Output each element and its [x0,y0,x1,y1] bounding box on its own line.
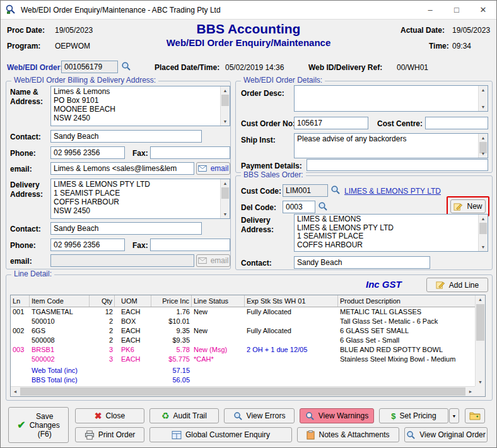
col-header-product-description[interactable]: Product Description [338,295,485,307]
email-button-label: email [211,256,229,265]
scroll-down-icon[interactable]: ▼ [476,378,485,386]
payment-details-input[interactable] [307,159,488,171]
delivery-email-input[interactable] [50,254,194,267]
save-changes-label: Save Changes (F6) [30,412,60,439]
delivery-fax-label: Fax: [132,241,148,250]
scrollbar-thumb[interactable] [476,304,484,341]
col-header-exp-stk[interactable]: Exp Stk Sts WH 01 [245,295,338,307]
scroll-down-icon[interactable]: ▼ [479,103,488,111]
line-detail-legend: Line Detail: [11,269,54,278]
scrollbar-thumb[interactable] [479,223,487,234]
email-button[interactable]: email [196,162,230,175]
scroll-right-icon[interactable]: ► [466,387,475,396]
scroll-up-icon[interactable]: ▲ [476,295,485,304]
print-order-button[interactable]: Print Order [75,427,144,442]
delivery-email-button[interactable]: email [196,254,230,267]
order-desc-box[interactable]: ▲ ▼ [294,85,488,112]
contact-input[interactable] [50,130,202,143]
cost-centre-label: Cost Centre: [377,119,423,128]
cust-code-input[interactable] [283,184,328,197]
customer-link[interactable]: LIMES & LEMONS PTY LTD [344,187,441,196]
notes-attachments-button[interactable]: Notes & Attachments [297,427,399,442]
table-row[interactable]: 5000023EACH$5.775*CAH*Stainless Steel Mi… [11,355,475,364]
scroll-down-icon[interactable]: ▼ [479,243,488,251]
new-button[interactable]: New [450,199,486,213]
table-horizontal-scrollbar[interactable]: ◄ ► [11,386,475,396]
col-header-ln[interactable]: Ln [11,295,30,307]
webedi-order-label: Web/EDI Order: [7,63,62,72]
table-vertical-scrollbar[interactable]: ▲ ▼ [475,295,485,386]
table-row[interactable]: 003BRSB13PK65.78New (Msg)2 OH + 1 due 12… [11,345,475,355]
delivery-fax-input[interactable] [150,239,230,251]
scrollbar-thumb[interactable] [221,187,229,199]
scroll-up-icon[interactable]: ▲ [479,134,488,142]
scroll-left-icon[interactable]: ◄ [11,387,20,396]
scrollbar[interactable]: ▲ ▼ [478,134,488,158]
view-warnings-label: View Warnings [319,411,368,420]
cell-price: $9.35 [151,336,192,345]
scroll-down-icon[interactable]: ▼ [221,117,230,126]
set-pricing-dropdown-button[interactable]: ▼ [449,408,459,423]
fax-input[interactable] [150,146,230,159]
scroll-up-icon[interactable]: ▲ [221,179,230,187]
del-code-search-button[interactable] [316,201,330,213]
ship-inst-text: Please advise of any backorders [295,134,478,158]
scrollbar[interactable]: ▲ ▼ [478,215,488,251]
scrollbar[interactable]: ▲ ▼ [478,86,488,111]
name-address-box[interactable]: Limes & Lemons PO Box 9101 MOONEE BEACH … [50,86,230,126]
col-header-price-inc[interactable]: Price Inc [151,295,192,307]
cell-qty: 2 [90,336,115,345]
scrollbar-thumb[interactable] [20,387,465,396]
scroll-up-icon[interactable]: ▲ [479,86,488,94]
bbs-delivery-address-label: Delivery Address: [241,216,274,235]
audit-trail-label: Audit Trail [173,411,207,420]
scroll-down-icon[interactable]: ▼ [221,210,230,218]
cust-order-no-input[interactable] [294,117,368,129]
scrollbar[interactable]: ▲ ▼ [220,86,230,126]
audit-trail-button[interactable]: ♻ Audit Trail [149,408,219,423]
bbs-delivery-address-box[interactable]: LIMES & LEMONS LIMES & LEMONS PTY LTD 1 … [294,214,488,252]
col-header-item-code[interactable]: Item Code [30,295,90,307]
table-row[interactable]: 0026GS2EACH9.35NewFully Allocated6 GLASS… [11,326,475,336]
bbs-contact-input[interactable] [294,256,430,269]
cost-centre-input[interactable] [425,117,488,129]
add-line-button[interactable]: Add Line [426,278,488,292]
quick-folder-button[interactable] [465,408,485,423]
printer-icon [85,430,95,440]
set-pricing-button[interactable]: $ Set Pricing [379,408,448,423]
table-row[interactable]: 5000082EACH$9.356 Glass Set - Small [11,336,475,345]
col-header-qty[interactable]: Qty [90,295,115,307]
scroll-up-icon[interactable]: ▲ [479,215,488,223]
scrollbar[interactable]: ▲ ▼ [220,179,230,218]
scroll-up-icon[interactable]: ▲ [221,86,230,95]
edit-icon [436,280,445,290]
view-original-order-button[interactable]: View Original Order [404,427,488,442]
phone-input[interactable] [50,146,125,159]
global-customer-enquiry-button[interactable]: Global Customer Enquiry [149,427,292,442]
col-header-line-status[interactable]: Line Status [192,295,245,307]
col-header-uom[interactable]: UOM [115,295,151,307]
cust-code-search-button[interactable] [329,184,342,197]
edit-icon [453,202,463,211]
email-input[interactable] [50,162,194,175]
minimize-icon[interactable]: – [417,1,443,19]
del-code-input[interactable] [283,201,315,213]
delivery-phone-input[interactable] [50,239,125,251]
delivery-address-box[interactable]: LIMES & LEMONS PTY LTD 1 SEAMIST PLACE C… [50,179,230,219]
webedi-order-input[interactable] [61,61,118,73]
window-controls: – □ ✕ [417,1,496,19]
delivery-contact-input[interactable] [50,222,202,235]
maximize-icon[interactable]: □ [443,1,470,19]
table-row[interactable]: 001TGASMETAL12EACH1.76NewFully Allocated… [11,307,475,317]
view-errors-button[interactable]: View Errors [224,408,295,423]
scroll-down-icon[interactable]: ▼ [479,150,488,158]
save-changes-button[interactable]: ✔ Save Changes (F6) [8,407,69,443]
ship-inst-box[interactable]: Please advise of any backorders ▲ ▼ [294,133,488,158]
table-row[interactable]: 5000102BOX$10.01Tall Glass Set - Metalic… [11,317,475,326]
close-button[interactable]: ✖ Close [75,408,144,423]
titlebar-close-icon[interactable]: ✕ [470,1,496,19]
bbs-sales-order-group: BBS Sales Order: Cust Code: LIMES & LEMO… [235,175,493,270]
order-search-button[interactable] [119,61,133,73]
scrollbar-thumb[interactable] [221,95,229,106]
view-warnings-button[interactable]: View Warnings [300,408,374,423]
